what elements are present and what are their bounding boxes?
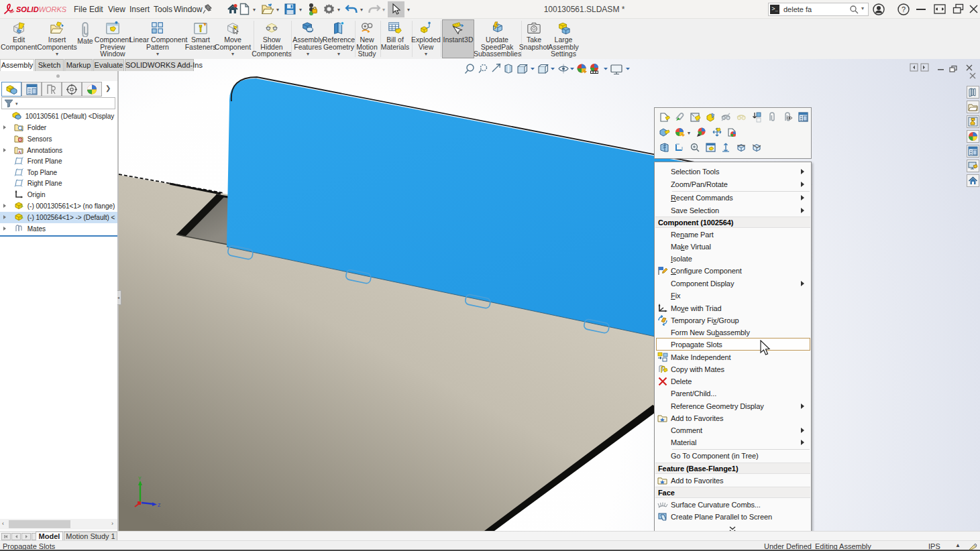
svg-text:Z: Z	[158, 503, 161, 507]
svg-text:?: ?	[902, 5, 906, 13]
svg-text:▾: ▾	[688, 130, 690, 136]
svg-text:Y: Y	[138, 476, 142, 481]
svg-text:A: A	[18, 149, 21, 154]
